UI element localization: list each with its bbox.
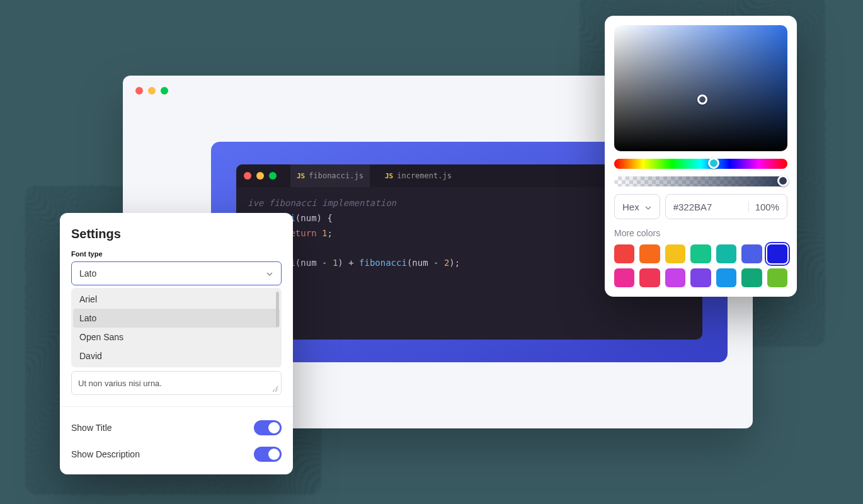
show-title-row: Show Title — [71, 415, 282, 441]
color-swatch-0[interactable] — [614, 244, 634, 263]
font-type-label: Font type — [71, 250, 282, 258]
minimize-icon[interactable] — [256, 172, 264, 180]
color-swatch-2[interactable] — [665, 244, 685, 263]
color-swatch-10[interactable] — [690, 268, 711, 287]
chevron-down-icon — [266, 270, 273, 277]
color-swatch-5[interactable] — [741, 244, 762, 263]
show-description-row: Show Description — [71, 441, 282, 467]
hue-slider[interactable] — [614, 159, 787, 169]
more-colors-label: More colors — [614, 228, 787, 238]
code-fn: fibonacci — [359, 258, 407, 268]
code-text — [317, 228, 322, 238]
close-icon[interactable] — [244, 172, 251, 180]
editor-traffic-lights — [244, 172, 282, 180]
code-text: (num - — [407, 258, 444, 268]
code-text: ; — [327, 228, 332, 238]
font-type-select[interactable]: Lato — [71, 261, 282, 285]
js-file-icon: JS — [385, 172, 393, 180]
tab-fibonacci[interactable]: JS fibonacci.js — [290, 164, 370, 187]
color-swatch-11[interactable] — [716, 268, 736, 287]
font-option-david[interactable]: David — [73, 346, 280, 365]
font-option-open-sans[interactable]: Open Sans — [73, 328, 280, 346]
show-title-toggle[interactable] — [254, 420, 282, 435]
textarea-value: Ut non varius nisi urna. — [78, 379, 162, 388]
description-textarea[interactable]: Ut non varius nisi urna. — [71, 371, 282, 395]
color-swatch-13[interactable] — [767, 268, 787, 287]
show-description-toggle[interactable] — [254, 447, 282, 462]
tab-label: increment.js — [397, 171, 452, 180]
color-format-value: Hex — [622, 202, 639, 212]
alpha-slider[interactable] — [614, 176, 787, 186]
maximize-icon[interactable] — [269, 172, 277, 180]
code-comment: ive fibonacci implementation — [248, 198, 396, 208]
minimize-icon[interactable] — [148, 87, 156, 94]
hex-value: #322BA7 — [673, 202, 748, 212]
code-text: ); — [449, 258, 460, 268]
font-type-dropdown: Ariel Lato Open Sans David — [71, 288, 282, 367]
scrollbar-thumb[interactable] — [276, 292, 279, 327]
color-swatch-3[interactable] — [690, 244, 711, 263]
hue-thumb[interactable] — [708, 158, 719, 169]
color-swatch-8[interactable] — [639, 268, 660, 287]
code-text: (num - — [295, 258, 333, 268]
saturation-brightness-area[interactable] — [614, 25, 787, 151]
code-text: (num) { — [295, 213, 333, 223]
font-option-lato[interactable]: Lato — [73, 309, 280, 328]
color-picker-panel: Hex #322BA7 100% More colors — [605, 16, 797, 297]
alpha-thumb[interactable] — [777, 175, 789, 186]
color-swatch-1[interactable] — [639, 244, 660, 263]
chevron-down-icon — [644, 203, 652, 210]
maximize-icon[interactable] — [161, 87, 168, 94]
settings-title: Settings — [71, 227, 282, 241]
settings-panel: Settings Font type Lato Ariel Lato Open … — [60, 213, 293, 474]
js-file-icon: JS — [297, 172, 305, 180]
show-description-label: Show Description — [71, 449, 140, 459]
color-inputs: Hex #322BA7 100% — [614, 194, 787, 219]
opacity-value: 100% — [748, 202, 779, 212]
color-swatch-9[interactable] — [665, 268, 685, 287]
resize-grip-icon[interactable] — [272, 386, 278, 392]
color-cursor[interactable] — [697, 94, 707, 105]
divider — [60, 406, 293, 407]
hex-input[interactable]: #322BA7 100% — [665, 194, 787, 219]
font-option-ariel[interactable]: Ariel — [73, 290, 280, 309]
color-swatch-12[interactable] — [741, 268, 762, 287]
color-swatch-6[interactable] — [767, 244, 787, 263]
code-text: ) + — [338, 258, 359, 268]
color-swatch-4[interactable] — [716, 244, 736, 263]
close-icon[interactable] — [135, 87, 143, 94]
color-format-select[interactable]: Hex — [614, 194, 660, 219]
color-swatches — [614, 244, 787, 287]
font-type-value: Lato — [79, 268, 96, 278]
color-swatch-7[interactable] — [614, 268, 634, 287]
show-title-label: Show Title — [71, 423, 112, 433]
tab-increment[interactable]: JS increment.js — [379, 164, 458, 187]
tab-label: fibonacci.js — [309, 171, 363, 180]
